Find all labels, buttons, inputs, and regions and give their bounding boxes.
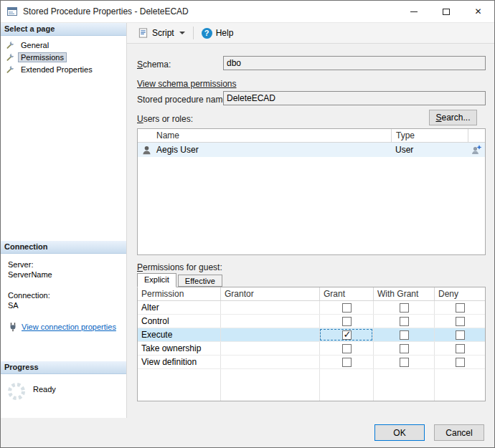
search-button-label: Search... (435, 113, 470, 123)
column-header-grant: Grant (319, 287, 373, 300)
sidebar-item-permissions[interactable]: Permissions (1, 51, 126, 63)
with-grant-checkbox[interactable] (400, 344, 409, 353)
minimize-button[interactable] (397, 1, 430, 22)
with-grant-checkbox[interactable] (400, 317, 409, 326)
column-header-with-grant: With Grant (373, 287, 434, 300)
column-header-blank (468, 129, 485, 142)
permission-row-alter[interactable]: Alter (138, 301, 485, 315)
progress-panel: Ready (1, 374, 126, 418)
view-schema-permissions-link[interactable]: View schema permissions (137, 79, 237, 89)
deny-checkbox[interactable] (456, 317, 465, 326)
sidebar-item-label: Extended Properties (19, 65, 95, 74)
permission-name: Take ownership (138, 342, 220, 355)
stored-procedure-properties-dialog: Stored Procedure Properties - DeleteECAD… (0, 0, 495, 448)
chevron-down-icon (179, 32, 185, 34)
grant-checkbox[interactable] (342, 330, 352, 340)
sidebar-item-label: General (19, 41, 51, 49)
permission-name: Execute (138, 328, 220, 341)
permission-name: Alter (138, 301, 220, 314)
close-button[interactable] (462, 1, 494, 22)
user-name: Aegis User (155, 145, 391, 155)
column-header-name: Name (138, 129, 391, 142)
user-icon (138, 145, 155, 156)
server-value: ServerName (8, 270, 123, 280)
user-type: User (391, 145, 468, 155)
users-or-roles-table: Name Type Aegis User User (137, 128, 486, 255)
help-button[interactable]: Help (197, 26, 238, 41)
sidebar-item-general[interactable]: General (1, 39, 126, 51)
properties-page-icon (6, 40, 15, 49)
permissions-table-header: Permission Grantor Grant With Grant Deny (138, 287, 485, 301)
search-button[interactable]: Search... (429, 110, 477, 125)
permission-name: Control (138, 315, 220, 328)
grant-checkbox[interactable] (342, 344, 352, 353)
permission-row-control[interactable]: Control (138, 315, 485, 328)
sidebar: Select a page General Permissions Extend… (1, 23, 127, 418)
permissions-table: Permission Grantor Grant With Grant Deny… (137, 287, 486, 401)
script-button[interactable]: Script (133, 25, 189, 41)
stored-procedure-name-label: Stored procedure name: (137, 95, 230, 105)
tab-effective[interactable]: Effective (178, 275, 222, 287)
permission-row-take-ownership[interactable]: Take ownership (138, 342, 485, 356)
maximize-icon (443, 9, 450, 15)
column-header-deny: Deny (434, 287, 485, 300)
permission-grantor (220, 356, 319, 368)
column-header-grantor: Grantor (220, 287, 319, 300)
add-user-icon (468, 144, 485, 156)
progress-header: Progress (1, 361, 126, 374)
permission-name: View definition (138, 356, 220, 368)
close-icon (474, 6, 481, 16)
with-grant-checkbox[interactable] (400, 303, 409, 313)
permissions-table-empty-area (138, 369, 485, 401)
dialog-footer: OK Cancel (1, 418, 494, 447)
permission-grantor (220, 315, 319, 328)
ok-button[interactable]: OK (374, 424, 425, 441)
connection-info: Server: ServerName Connection: SA View c… (1, 254, 126, 361)
properties-page-icon (6, 52, 15, 62)
toolbar: Script Help (127, 23, 494, 44)
connection-header: Connection (1, 241, 126, 254)
users-table-header: Name Type (138, 129, 485, 143)
with-grant-checkbox[interactable] (400, 330, 409, 340)
stored-procedure-name-input[interactable] (223, 91, 486, 105)
content-area: Schema: View schema permissions Stored p… (127, 44, 494, 418)
select-a-page-header: Select a page (1, 23, 126, 36)
connection-label: Connection: (8, 291, 123, 300)
app-icon (6, 6, 18, 17)
titlebar: Stored Procedure Properties - DeleteECAD (1, 1, 494, 23)
permission-grantor (220, 328, 319, 341)
user-row[interactable]: Aegis User User (138, 143, 485, 157)
server-label: Server: (8, 260, 123, 270)
connection-properties-icon (8, 322, 18, 332)
sidebar-item-extended-properties[interactable]: Extended Properties (1, 63, 126, 75)
tab-explicit[interactable]: Explicit (137, 273, 176, 287)
permission-row-view-definition[interactable]: View definition (138, 356, 485, 369)
help-button-label: Help (216, 28, 234, 38)
minimize-icon (410, 11, 418, 12)
deny-checkbox[interactable] (456, 344, 465, 353)
column-header-permission: Permission (138, 287, 220, 300)
deny-checkbox[interactable] (456, 330, 465, 340)
schema-input[interactable] (223, 56, 486, 70)
deny-checkbox[interactable] (456, 358, 465, 367)
users-or-roles-label: Users or roles: (137, 114, 193, 124)
grant-checkbox[interactable] (342, 303, 352, 313)
progress-spinner-icon (6, 381, 27, 401)
script-icon (138, 27, 148, 39)
with-grant-checkbox[interactable] (400, 358, 409, 367)
deny-checkbox[interactable] (456, 303, 465, 313)
schema-label: Schema: (137, 59, 171, 70)
grant-checkbox[interactable] (342, 358, 352, 367)
column-header-type: Type (391, 129, 468, 142)
main-panel: Script Help Schema: View schema permissi… (127, 23, 494, 418)
script-button-label: Script (152, 28, 174, 38)
progress-status: Ready (33, 385, 56, 394)
view-connection-properties-link[interactable]: View connection properties (22, 323, 116, 332)
sidebar-item-label: Permissions (19, 53, 66, 62)
maximize-button[interactable] (430, 1, 462, 22)
permission-row-execute[interactable]: Execute (138, 328, 485, 342)
grant-checkbox[interactable] (342, 317, 352, 326)
window-title: Stored Procedure Properties - DeleteECAD (23, 6, 397, 16)
connection-value: SA (8, 301, 123, 310)
cancel-button[interactable]: Cancel (434, 424, 484, 441)
